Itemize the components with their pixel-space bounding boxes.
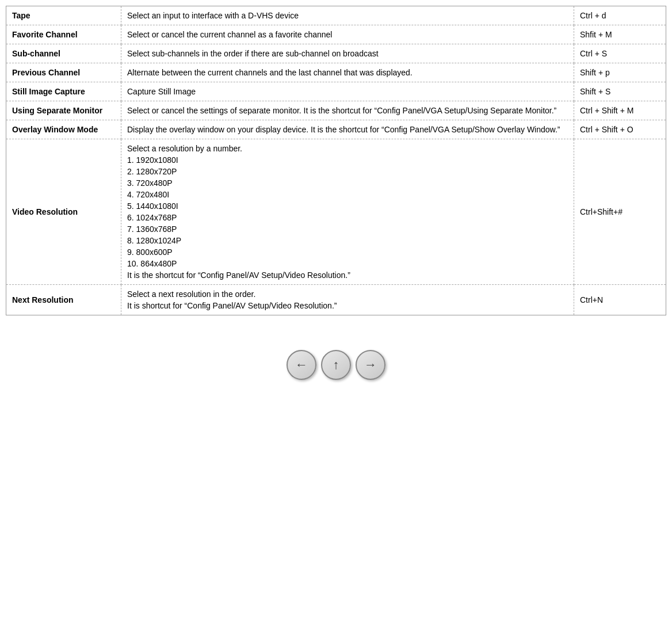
shortcut-cell: Shift + p [574,63,666,82]
table-row: Still Image CaptureCapture Still ImageSh… [6,82,666,101]
forward-button[interactable]: → [356,350,385,380]
table-row: Previous ChannelAlternate between the cu… [6,63,666,82]
table-row: Using Separate MonitorSelect or cancel t… [6,101,666,120]
feature-cell: Using Separate Monitor [6,101,121,120]
description-cell: Capture Still Image [121,82,574,101]
description-cell: Select an input to interface with a D-VH… [121,6,574,25]
back-button[interactable]: ← [287,350,316,380]
description-cell: Select a resolution by a number.1. 1920x… [121,139,574,285]
feature-cell: Sub-channel [6,44,121,63]
shortcut-cell: Shift + S [574,82,666,101]
table-row: Favorite ChannelSelect or cancel the cur… [6,25,666,44]
feature-cell: Tape [6,6,121,25]
description-cell: Select or cancel the current channel as … [121,25,574,44]
table-row: TapeSelect an input to interface with a … [6,6,666,25]
feature-cell: Still Image Capture [6,82,121,101]
feature-cell: Next Resolution [6,285,121,315]
shortcut-cell: Shfit + M [574,25,666,44]
description-cell: Select sub-channels in the order if ther… [121,44,574,63]
shortcut-cell: Ctrl+Shift+# [574,139,666,285]
description-cell: Alternate between the current channels a… [121,63,574,82]
description-cell: Select or cancel the settings of separat… [121,101,574,120]
navigation-area: ← ↑ → [6,350,666,380]
table-row: Overlay Window ModeDisplay the overlay w… [6,120,666,139]
shortcut-cell: Ctrl + Shift + M [574,101,666,120]
feature-cell: Video Resolution [6,139,121,285]
feature-cell: Previous Channel [6,63,121,82]
table-row: Video ResolutionSelect a resolution by a… [6,139,666,285]
shortcut-cell: Ctrl + S [574,44,666,63]
shortcut-cell: Ctrl + Shift + O [574,120,666,139]
description-cell: Display the overlay window on your displ… [121,120,574,139]
table-row: Sub-channelSelect sub-channels in the or… [6,44,666,63]
table-row: Next ResolutionSelect a next resolution … [6,285,666,315]
feature-cell: Favorite Channel [6,25,121,44]
shortcuts-table: TapeSelect an input to interface with a … [6,6,666,315]
feature-cell: Overlay Window Mode [6,120,121,139]
description-cell: Select a next resolution in the order.It… [121,285,574,315]
shortcut-cell: Ctrl + d [574,6,666,25]
up-button[interactable]: ↑ [321,350,351,380]
shortcut-cell: Ctrl+N [574,285,666,315]
